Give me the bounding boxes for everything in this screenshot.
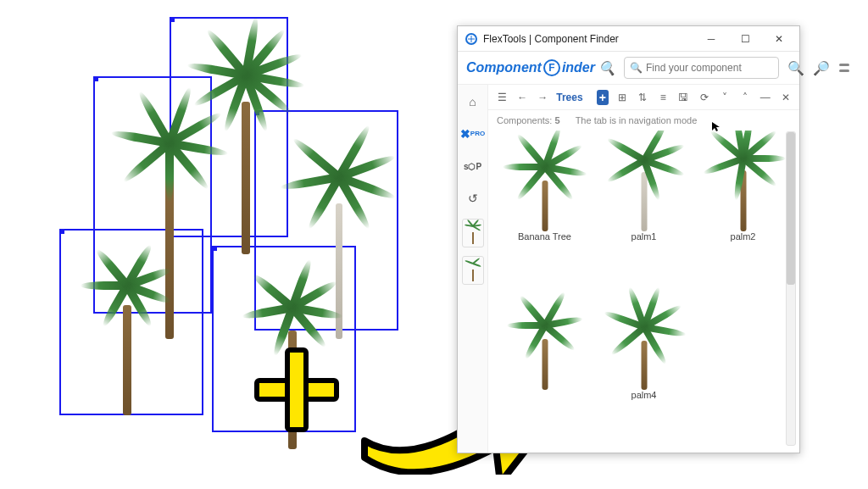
- svg-rect-1: [839, 64, 849, 66]
- home-button[interactable]: ⌂: [461, 90, 485, 114]
- zoom-out-icon[interactable]: 🔎: [813, 59, 830, 76]
- sidebar-thumb-1[interactable]: [462, 219, 484, 247]
- palm-model[interactable]: [85, 246, 170, 415]
- settings-icon[interactable]: [838, 59, 850, 76]
- close-button[interactable]: ✕: [762, 27, 796, 51]
- add-component-button[interactable]: +: [597, 90, 609, 105]
- component-card[interactable]: palm4: [598, 292, 690, 444]
- history-button[interactable]: ↺: [461, 186, 485, 210]
- new-folder-icon[interactable]: ⊞: [615, 89, 629, 106]
- components-count-label: Components:: [497, 115, 552, 125]
- component-label: palm1: [632, 231, 657, 242]
- component-label: palm4: [632, 390, 657, 400]
- scrollbar-thumb[interactable]: [787, 132, 795, 285]
- collapse-up-icon[interactable]: ˅: [718, 89, 732, 106]
- skp-button[interactable]: s⬡P: [461, 154, 485, 178]
- components-count-value: 5: [555, 115, 560, 125]
- component-card[interactable]: palm2: [697, 134, 789, 286]
- logo-text-suffix: inder: [562, 60, 595, 75]
- main-panel: ☰ ← → Trees + ⊞ ⇅ ≡ 🖫 ⟳ ˅ ˄ — ✕ Componen…: [488, 85, 799, 453]
- app-icon: [465, 32, 478, 46]
- component-label: palm2: [731, 231, 756, 242]
- component-finder-window: FlexTools | Component Finder ─ ☐ ✕ Compo…: [457, 25, 800, 453]
- expand-down-icon[interactable]: ˄: [738, 89, 752, 106]
- titlebar[interactable]: FlexTools | Component Finder ─ ☐ ✕: [458, 26, 799, 52]
- pro-badge[interactable]: ✖ PRO: [461, 122, 485, 146]
- component-card[interactable]: palm1: [598, 134, 690, 286]
- app-logo: Component F inder 🔍: [466, 59, 615, 76]
- mode-text: The tab is in navigation mode: [576, 115, 698, 125]
- vertical-scrollbar[interactable]: [786, 131, 796, 446]
- svg-rect-2: [839, 69, 849, 72]
- component-card[interactable]: [498, 292, 591, 444]
- sidebar-thumb-2[interactable]: [462, 256, 484, 285]
- component-grid[interactable]: Banana Tree palm1: [488, 131, 799, 453]
- component-label: Banana Tree: [518, 231, 571, 242]
- logo-badge: F: [543, 59, 560, 76]
- tree-view-icon[interactable]: ☰: [495, 89, 509, 106]
- zoom-in-icon[interactable]: 🔍: [787, 59, 804, 76]
- search-input[interactable]: [646, 62, 773, 74]
- search-icon: 🔍: [630, 62, 643, 74]
- save-icon[interactable]: 🖫: [676, 89, 690, 106]
- search-box[interactable]: 🔍: [624, 57, 779, 79]
- close-tab-icon[interactable]: ✕: [779, 89, 793, 106]
- minimize-button[interactable]: ─: [694, 27, 728, 51]
- sort-icon[interactable]: ⇅: [636, 89, 649, 106]
- component-card[interactable]: Banana Tree: [498, 134, 591, 286]
- nav-forward-button[interactable]: →: [536, 89, 549, 106]
- nav-back-button[interactable]: ←: [515, 89, 529, 106]
- magnifier-icon: 🔍: [598, 60, 615, 76]
- header-bar: Component F inder 🔍 🔍 🔍 🔎: [458, 52, 799, 85]
- filter-icon[interactable]: ≡: [656, 89, 670, 106]
- info-bar: Components: 5 The tab is in navigation m…: [488, 110, 799, 131]
- window-title: FlexTools | Component Finder: [483, 33, 619, 45]
- breadcrumb[interactable]: Trees: [556, 92, 582, 103]
- maximize-button[interactable]: ☐: [728, 27, 762, 51]
- tab-toolbar: ☰ ← → Trees + ⊞ ⇅ ≡ 🖫 ⟳ ˅ ˄ — ✕: [488, 85, 799, 110]
- plus-overlay-icon: [254, 347, 339, 432]
- logo-text-prefix: Component: [466, 60, 542, 75]
- minimize-tab-icon[interactable]: —: [759, 89, 772, 106]
- sidebar: ⌂ ✖ PRO s⬡P ↺: [458, 85, 488, 453]
- refresh-icon[interactable]: ⟳: [698, 89, 711, 106]
